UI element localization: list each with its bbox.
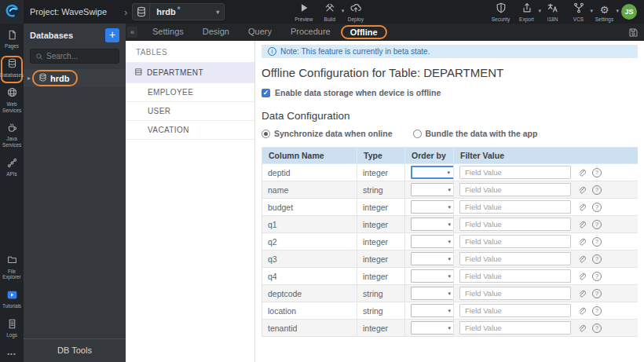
order-by-select[interactable]: ▾ — [411, 166, 454, 179]
filter-value-input[interactable] — [459, 321, 571, 335]
sidebar-item-tutorials[interactable]: Tutorials — [1, 287, 23, 314]
sidebar-item-label: Java Services — [2, 136, 21, 148]
order-by-select[interactable]: ▾ — [411, 200, 454, 214]
sidebar-item-label: Logs — [6, 332, 17, 338]
search-icon — [35, 53, 43, 60]
caret-down-icon: ▾ — [448, 204, 451, 210]
bind-field-icon[interactable] — [577, 237, 587, 247]
collapse-panel-button[interactable]: « — [127, 27, 137, 38]
filter-value-input[interactable] — [459, 269, 571, 283]
db-tree-item-hrdb[interactable]: hrdb — [32, 70, 78, 86]
caret-down-icon: ▾ — [448, 187, 451, 193]
vcs-button[interactable]: ▾VCS — [565, 2, 591, 22]
order-by-select[interactable]: ▾ — [411, 235, 454, 248]
column-type-cell: integer — [357, 268, 405, 285]
column-type-cell: integer — [357, 250, 405, 268]
filter-value-input[interactable] — [459, 166, 571, 179]
user-avatar[interactable]: JS — [621, 4, 637, 20]
help-icon[interactable]: ? — [592, 289, 602, 298]
help-icon[interactable]: ? — [592, 324, 602, 333]
search-input[interactable] — [46, 52, 114, 60]
security-button[interactable]: Security — [488, 2, 514, 22]
filter-value-input[interactable] — [459, 304, 571, 317]
export-button[interactable]: ▾Export — [514, 2, 540, 22]
bind-field-icon[interactable] — [577, 306, 587, 316]
order-by-select[interactable]: ▾ — [411, 252, 454, 265]
radio-option-synchronize-data-when-online[interactable]: Synchronize data when online — [262, 129, 393, 138]
beta-note-text: Note: This feature is currently in beta … — [280, 47, 430, 56]
help-icon[interactable]: ? — [592, 237, 602, 247]
sidebar-item-file-explorer[interactable]: File Explorer — [1, 252, 23, 286]
wavemaker-logo-icon[interactable] — [0, 0, 24, 24]
order-by-select[interactable]: ▾ — [411, 287, 454, 300]
table-list-item-vacation[interactable]: VACATION — [126, 121, 254, 140]
filter-value-input[interactable] — [459, 183, 571, 196]
column-name-cell: deptcode — [262, 285, 357, 302]
tab-settings[interactable]: Settings — [144, 25, 192, 39]
filter-value-input[interactable] — [459, 200, 571, 214]
bind-field-icon[interactable] — [577, 272, 587, 281]
more-menu-button[interactable]: ••• — [7, 350, 16, 357]
help-icon[interactable]: ? — [592, 185, 602, 195]
build-button[interactable]: ▾Build — [317, 2, 342, 22]
help-icon[interactable]: ? — [592, 272, 602, 281]
bind-field-icon[interactable] — [577, 254, 587, 264]
sidebar-item-java-services[interactable]: Java Services — [1, 119, 23, 153]
filter-value-input[interactable] — [459, 252, 571, 265]
order-by-select[interactable]: ▾ — [411, 183, 454, 196]
expander-icon[interactable]: ▸ — [27, 75, 31, 82]
radio-unselected-icon[interactable] — [413, 130, 422, 138]
bind-field-icon[interactable] — [577, 203, 587, 212]
table-list-item-employee[interactable]: EMPLOYEE — [126, 83, 254, 102]
tab-offline[interactable]: Offline — [341, 25, 387, 39]
preview-button[interactable]: Preview — [291, 2, 317, 22]
database-search — [30, 49, 119, 64]
toolbar-button-label: I18N — [547, 16, 558, 22]
tab-procedure[interactable]: Procedure — [282, 25, 339, 39]
radio-option-label: Bundle the data with the app — [426, 129, 538, 138]
db-tree-row: ▸hrdb — [24, 69, 126, 87]
sidebar-item-apis[interactable]: APIs — [1, 155, 23, 182]
filter-value-input[interactable] — [459, 218, 571, 231]
tab-design[interactable]: Design — [194, 25, 238, 39]
bind-field-icon[interactable] — [577, 185, 587, 195]
sidebar-item-web-services[interactable]: Web Services — [1, 85, 23, 119]
order-by-select[interactable]: ▾ — [411, 218, 454, 231]
table-row: q1integer▾? — [262, 216, 639, 233]
breadcrumb-chevron-icon: › — [124, 6, 127, 18]
enable-offline-storage-option[interactable]: ✓ Enable data storage when device is off… — [262, 88, 638, 97]
checkbox-checked-icon[interactable]: ✓ — [262, 89, 270, 97]
table-list-item-user[interactable]: USER — [126, 102, 254, 121]
filter-value-input[interactable] — [459, 287, 571, 300]
deploy-button[interactable]: Deploy — [342, 2, 368, 22]
order-by-select[interactable]: ▾ — [411, 269, 454, 283]
bind-field-icon[interactable] — [577, 324, 587, 333]
help-icon[interactable]: ? — [592, 168, 602, 177]
topbar-right-actions: Security▾ExportI18N▾VCS⚙▾Settings — [488, 2, 617, 22]
radio-selected-icon[interactable] — [262, 130, 270, 138]
radio-option-bundle-the-data-with-the-app[interactable]: Bundle the data with the app — [413, 129, 538, 138]
db-selector[interactable]: hrdb * ▾ — [132, 3, 225, 20]
settings-button[interactable]: ⚙▾Settings — [591, 2, 617, 22]
help-icon[interactable]: ? — [592, 203, 602, 212]
filter-value-input[interactable] — [459, 235, 571, 248]
db-tools-button[interactable]: DB Tools — [24, 338, 126, 362]
help-icon[interactable]: ? — [592, 220, 602, 229]
order-by-select[interactable]: ▾ — [411, 321, 454, 335]
save-icon[interactable] — [628, 27, 639, 38]
table-list-item-department[interactable]: DEPARTMENT — [126, 62, 254, 83]
bind-field-icon[interactable] — [577, 168, 587, 177]
help-icon[interactable]: ? — [592, 306, 602, 316]
column-name-cell: budget — [262, 199, 357, 216]
sidebar-item-databases[interactable]: Databases — [1, 56, 23, 83]
sidebar-item-pages[interactable]: Pages — [1, 27, 23, 54]
add-database-button[interactable]: + — [105, 28, 119, 42]
order-by-select[interactable]: ▾ — [411, 304, 454, 317]
help-icon[interactable]: ? — [592, 254, 602, 264]
sidebar-item-logs[interactable]: Logs — [1, 316, 23, 343]
toolbar-button-label: Export — [519, 16, 534, 22]
bind-field-icon[interactable] — [577, 289, 587, 298]
tab-query[interactable]: Query — [240, 25, 280, 39]
bind-field-icon[interactable] — [577, 220, 587, 229]
i18n-button[interactable]: I18N — [540, 2, 565, 22]
